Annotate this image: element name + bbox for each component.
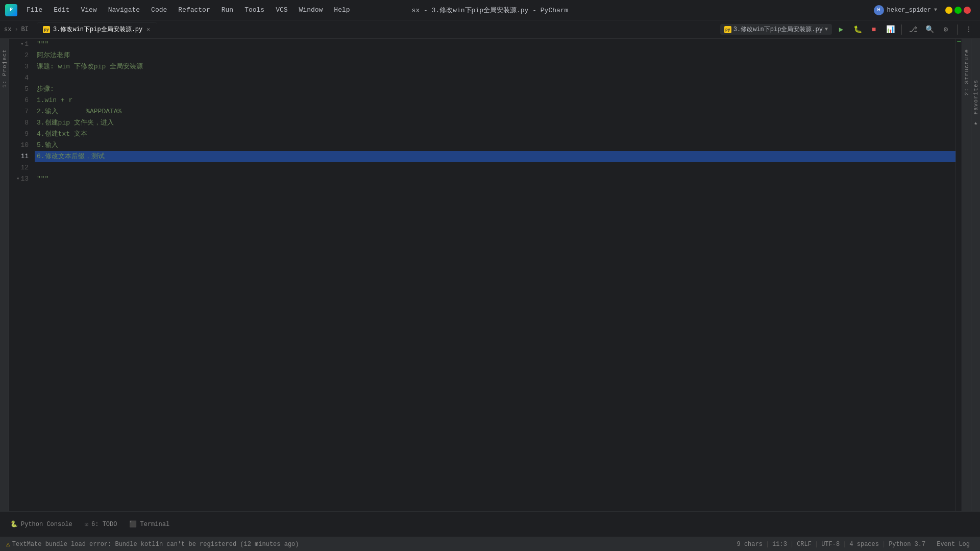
status-item-4[interactable]: 4 spaces <box>846 541 882 548</box>
close-button[interactable]: ✕ <box>964 7 971 14</box>
status-bar: ⚠ TextMate bundle load error: Bundle kot… <box>0 537 980 551</box>
code-line-7[interactable]: 2.输入 %APPDATA% <box>35 106 955 117</box>
code-line-4[interactable] <box>35 72 955 84</box>
menu-item-help[interactable]: Help <box>329 4 355 16</box>
code-line-11[interactable]: 6.修改文本后缀，测试 <box>35 151 955 162</box>
settings-button[interactable]: ⚙ <box>939 22 953 37</box>
title-bar: P FileEditViewNavigateCodeRefactorRunToo… <box>0 0 980 20</box>
bottom-toolbar: 🐍Python Console☑6: TODO⬛Terminal <box>0 511 980 537</box>
menu-item-edit[interactable]: Edit <box>48 4 75 16</box>
debug-button[interactable]: 🐛 <box>850 22 865 37</box>
toolbar-separator-1 <box>901 24 902 35</box>
code-content[interactable]: """阿尔法老师课题: win 下修改pip 全局安装源步骤:1.win + r… <box>35 39 955 511</box>
annotation-bar <box>955 39 962 511</box>
menu-item-file[interactable]: File <box>21 4 47 16</box>
line-num-9: 9 <box>11 129 31 140</box>
status-item-5[interactable]: Python 3.7 <box>886 541 928 548</box>
editor-area[interactable]: ▾123456789101112▾13 """阿尔法老师课题: win 下修改p… <box>9 39 962 511</box>
run-config-icon: py <box>724 26 731 33</box>
menu-item-view[interactable]: View <box>76 4 102 16</box>
tabs-bar: sx › BI py 3.修改win下pip全局安装源.py ✕ py 3.修改… <box>0 20 980 39</box>
run-button[interactable]: ▶ <box>834 22 848 37</box>
search-everywhere-button[interactable]: 🔍 <box>922 22 937 37</box>
line-num-12: 12 <box>11 162 31 173</box>
menu-item-tools[interactable]: Tools <box>239 4 270 16</box>
minimize-button[interactable]: ─ <box>945 7 952 14</box>
menu-item-navigate[interactable]: Navigate <box>103 4 145 16</box>
code-line-13[interactable]: """ <box>35 173 955 185</box>
line-num-10: 10 <box>11 140 31 151</box>
menu-item-vcs[interactable]: VCS <box>271 4 292 16</box>
maximize-button[interactable]: □ <box>954 7 962 14</box>
status-item-0[interactable]: 9 chars <box>733 541 765 548</box>
tab-close-button[interactable]: ✕ <box>145 25 151 34</box>
user-avatar: H <box>874 5 884 15</box>
project-panel-label: 1: Project <box>2 49 8 88</box>
status-right: 9 chars|11:3|CRLF|UTF-8|4 spaces|Python … <box>733 541 974 548</box>
event-log-button[interactable]: Event Log <box>933 541 974 548</box>
bookmark-icon: ★ <box>974 119 977 127</box>
user-name: heker_spider <box>887 7 931 14</box>
user-widget[interactable]: H heker_spider ▼ <box>870 3 941 17</box>
stop-button[interactable]: ■ <box>867 22 881 37</box>
breadcrumb-bi[interactable]: BI <box>21 26 29 33</box>
line-num-8: 8 <box>11 117 31 129</box>
bottom-tab-label-terminal: Terminal <box>140 521 169 528</box>
status-sep-1: | <box>790 541 794 548</box>
line-num-1: ▾1 <box>11 39 31 50</box>
scrollbar-check <box>957 41 961 42</box>
file-tab-icon: py <box>43 26 50 33</box>
code-line-6[interactable]: 1.win + r <box>35 95 955 106</box>
code-line-2[interactable]: 阿尔法老师 <box>35 50 955 61</box>
code-line-10[interactable]: 5.输入 <box>35 140 955 151</box>
code-line-5[interactable]: 步骤: <box>35 84 955 95</box>
favorites-panel-label: Favorites <box>973 80 979 114</box>
git-button[interactable]: ⎇ <box>906 22 920 37</box>
line-num-7: 7 <box>11 106 31 117</box>
line-num-4: 4 <box>11 72 31 84</box>
main-layout: 1: Project ▾123456789101112▾13 """阿尔法老师课… <box>0 39 980 511</box>
code-line-12[interactable] <box>35 162 955 173</box>
line-num-11: 11 <box>11 151 31 162</box>
status-item-3[interactable]: UTF-8 <box>818 541 843 548</box>
status-warning-icon: ⚠ <box>6 540 10 548</box>
run-config-name: 3.修改win下pip全局安装源.py <box>733 25 823 34</box>
breadcrumb: sx › BI <box>4 26 29 33</box>
code-line-3[interactable]: 课题: win 下修改pip 全局安装源 <box>35 61 955 72</box>
line-num-2: 2 <box>11 50 31 61</box>
status-sep-0: | <box>766 541 769 548</box>
run-config-dropdown[interactable]: py 3.修改win下pip全局安装源.py ▼ <box>720 24 832 35</box>
status-item-1[interactable]: 11:3 <box>769 541 790 548</box>
line-num-3: 3 <box>11 61 31 72</box>
code-line-9[interactable]: 4.创建txt 文本 <box>35 129 955 140</box>
breadcrumb-sx[interactable]: sx <box>4 26 11 33</box>
fold-icon-13[interactable]: ▾ <box>16 173 19 185</box>
coverage-button[interactable]: 📊 <box>883 22 897 37</box>
menu-item-refactor[interactable]: Refactor <box>173 4 215 16</box>
menu-item-run[interactable]: Run <box>216 4 238 16</box>
code-line-1[interactable]: """ <box>35 39 955 50</box>
status-warning-text[interactable]: TextMate bundle load error: Bundle kotli… <box>12 541 299 548</box>
bottom-tab-python-console[interactable]: 🐍Python Console <box>4 517 79 532</box>
line-num-5: 5 <box>11 84 31 95</box>
favorites-panel[interactable]: Favorites ★ <box>971 39 980 511</box>
status-item-2[interactable]: CRLF <box>794 541 815 548</box>
project-panel[interactable]: 1: Project <box>0 39 9 511</box>
status-left: ⚠ TextMate bundle load error: Bundle kot… <box>6 540 732 548</box>
window-title: sx - 3.修改win下pip全局安装源.py - PyCharm <box>412 6 569 15</box>
structure-panel[interactable]: 2: Structure <box>962 39 971 511</box>
bottom-tab-label-python-console: Python Console <box>21 521 72 528</box>
toolbar-separator-2 <box>957 24 958 35</box>
bottom-tab-icon----todo: ☑ <box>85 520 88 528</box>
code-line-8[interactable]: 3.创建pip 文件夹，进入 <box>35 117 955 129</box>
menu-item-window[interactable]: Window <box>294 4 328 16</box>
menu-item-code[interactable]: Code <box>146 4 172 16</box>
status-sep-3: | <box>843 541 846 548</box>
file-tab-main[interactable]: py 3.修改win下pip全局安装源.py ✕ <box>37 22 157 37</box>
structure-panel-label: 2: Structure <box>964 49 970 95</box>
run-config-arrow: ▼ <box>825 27 828 32</box>
more-actions-button[interactable]: ⋮ <box>962 22 976 37</box>
bottom-tab----todo[interactable]: ☑6: TODO <box>79 517 124 532</box>
fold-icon-1[interactable]: ▾ <box>20 39 23 50</box>
bottom-tab-terminal[interactable]: ⬛Terminal <box>123 517 176 532</box>
